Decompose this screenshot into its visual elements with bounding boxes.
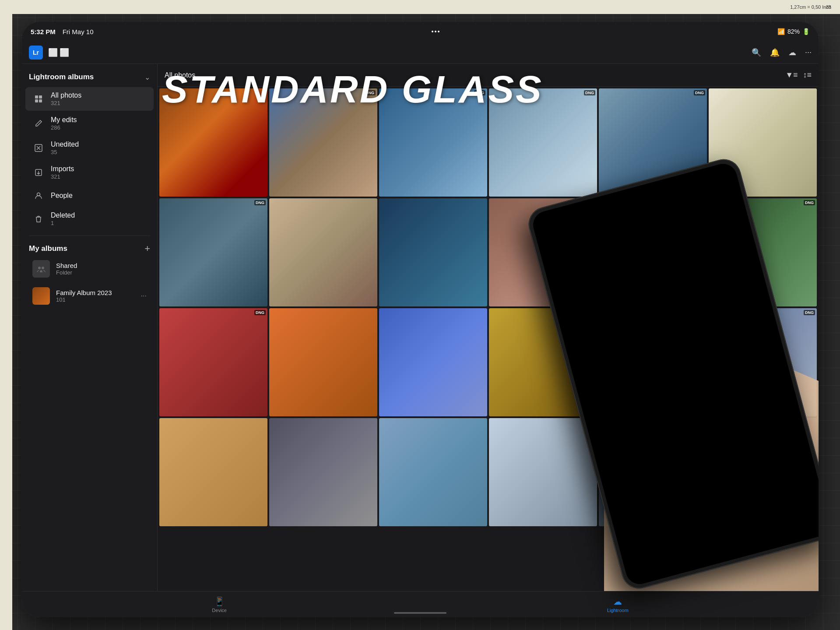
- status-dot-2: [435, 31, 436, 32]
- battery-percent: 82%: [787, 28, 800, 35]
- photo-cell[interactable]: DNG: [489, 418, 597, 526]
- album-item-sub-shared: Folder: [56, 269, 147, 276]
- sidebar-section-header: Lightroom albums ⌄: [22, 69, 157, 87]
- album-thumb-shared: [32, 260, 50, 278]
- photo-cell[interactable]: DNG: [489, 88, 597, 197]
- sidebar-item-label-imports: Imports: [51, 165, 74, 173]
- album-item-family[interactable]: Family Album 2023 101 ···: [25, 283, 154, 309]
- photo-cell[interactable]: [269, 308, 377, 416]
- album-item-name-family: Family Album 2023: [56, 289, 135, 296]
- cloud-icon[interactable]: ☁: [788, 48, 796, 57]
- xmark-icon: [32, 142, 45, 154]
- trash-icon: [32, 213, 45, 225]
- bottom-bar-device[interactable]: 📱 Device: [212, 596, 227, 613]
- sidebar-chevron[interactable]: ⌄: [144, 73, 150, 81]
- sidebar-item-label-people: People: [51, 192, 73, 200]
- photo-cell[interactable]: [269, 418, 377, 526]
- photo-cell[interactable]: DNG: [379, 88, 487, 197]
- sidebar-item-people[interactable]: People: [25, 185, 154, 206]
- grid-icon: [32, 93, 45, 105]
- sidebar-item-info-deleted: Deleted 1: [51, 211, 75, 226]
- album-item-shared[interactable]: Shared Folder: [25, 256, 154, 282]
- home-indicator: [394, 612, 446, 614]
- bottom-bar-lightroom[interactable]: ☁ Lightroom: [607, 596, 629, 613]
- sidebar-item-count-deleted: 1: [51, 220, 75, 226]
- sidebar-divider: [29, 236, 150, 236]
- my-albums-title: My albums: [29, 244, 67, 253]
- top-bar: Lr ⬜ ⬜ 🔍 🔔 ☁ ···: [22, 41, 819, 64]
- device-icon: 📱: [214, 596, 225, 607]
- sidebar-item-all-photos[interactable]: All photos 321: [25, 87, 154, 111]
- ruler-left: [0, 14, 12, 630]
- photo-cell[interactable]: DNG: [159, 198, 267, 306]
- wifi-icon: 📶: [777, 28, 785, 35]
- filter-icon[interactable]: ▼≡: [785, 70, 798, 80]
- sort-icon[interactable]: ↕≡: [803, 70, 812, 80]
- sidebar: Lightroom albums ⌄ All photos: [22, 64, 158, 591]
- svg-rect-0: [35, 95, 38, 99]
- photo-toolbar-title: All photos: [165, 71, 195, 79]
- my-albums-header: My albums +: [22, 240, 157, 255]
- battery-icon: 🔋: [802, 28, 810, 35]
- lightroom-label: Lightroom: [607, 608, 629, 613]
- top-bar-icons: 🔍 🔔 ☁ ···: [752, 48, 812, 57]
- window-toggle[interactable]: ⬜ ⬜: [48, 48, 69, 57]
- add-album-button[interactable]: +: [144, 244, 150, 253]
- album-thumb-family: [32, 287, 50, 305]
- photo-cell[interactable]: [379, 308, 487, 416]
- tablet-frame: 5:32 PM Fri May 10 📶 82% 🔋 Lr ⬜ ⬜ 🔍 🔔: [22, 22, 819, 617]
- svg-point-8: [42, 267, 44, 269]
- sidebar-item-info-my-edits: My edits 286: [51, 116, 77, 131]
- device-label: Device: [212, 608, 227, 613]
- lr-icon: Lr: [29, 46, 43, 60]
- photo-cell[interactable]: [379, 418, 487, 526]
- sidebar-item-info-imports: Imports 321: [51, 165, 74, 180]
- more-icon[interactable]: ···: [805, 48, 812, 57]
- status-dot-1: [432, 31, 433, 32]
- sidebar-item-count-imports: 321: [51, 173, 74, 180]
- bell-icon[interactable]: 🔔: [770, 48, 780, 57]
- sidebar-item-my-edits[interactable]: My edits 286: [25, 112, 154, 135]
- status-time: 5:32 PM: [31, 28, 56, 35]
- photo-cell[interactable]: DNG: [159, 308, 267, 416]
- sidebar-item-deleted[interactable]: Deleted 1: [25, 207, 154, 231]
- person-icon: [32, 190, 45, 202]
- sidebar-item-count-unedited: 35: [51, 149, 79, 155]
- status-dot-3: [438, 31, 439, 32]
- ruler-top: 1,27cm = 0,50 Inch 33: [0, 0, 840, 14]
- album-item-name-shared: Shared: [56, 262, 147, 269]
- sidebar-item-imports[interactable]: Imports 321: [25, 161, 154, 184]
- photo-cell[interactable]: [269, 198, 377, 306]
- ruler-label: 1,27cm = 0,50 Inch: [790, 4, 831, 10]
- album-more-button[interactable]: ···: [141, 292, 147, 300]
- sidebar-section-title: Lightroom albums: [29, 73, 94, 81]
- sidebar-item-count-my-edits: 286: [51, 124, 77, 131]
- lightroom-icon: ☁: [613, 596, 622, 607]
- sidebar-item-label-all-photos: All photos: [51, 92, 81, 99]
- svg-point-7: [38, 267, 41, 269]
- photo-toolbar: All photos ▼≡ ↕≡: [158, 64, 819, 87]
- status-bar: 5:32 PM Fri May 10 📶 82% 🔋: [22, 22, 819, 41]
- photo-cell[interactable]: [379, 198, 487, 306]
- sidebar-item-info-people: People: [51, 192, 73, 200]
- album-item-sub-family: 101: [56, 296, 135, 303]
- photo-cell[interactable]: [159, 418, 267, 526]
- photo-cell[interactable]: DNG: [269, 88, 377, 197]
- sidebar-item-label-deleted: Deleted: [51, 211, 75, 219]
- import-icon: [32, 166, 45, 179]
- svg-rect-3: [39, 99, 42, 102]
- sidebar-item-info-all-photos: All photos 321: [51, 92, 81, 106]
- status-dots: [432, 31, 439, 32]
- svg-rect-2: [35, 99, 38, 102]
- svg-rect-1: [39, 95, 42, 99]
- photo-cell[interactable]: [159, 88, 267, 197]
- sidebar-item-count-all-photos: 321: [51, 100, 81, 106]
- sidebar-item-info-unedited: Unedited 35: [51, 141, 79, 155]
- ruler-number: 33: [826, 4, 831, 10]
- pencil-icon: [32, 117, 45, 130]
- status-right: 📶 82% 🔋: [777, 28, 810, 35]
- sidebar-item-unedited[interactable]: Unedited 35: [25, 136, 154, 160]
- album-item-info-family: Family Album 2023 101: [56, 289, 135, 303]
- search-icon[interactable]: 🔍: [752, 48, 761, 57]
- status-date: Fri May 10: [63, 28, 94, 35]
